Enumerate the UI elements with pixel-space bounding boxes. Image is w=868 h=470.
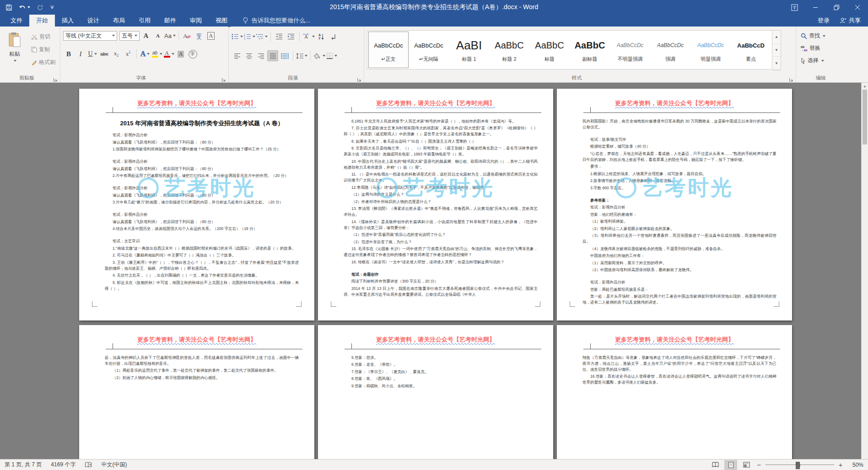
paragraph-dialog-launcher[interactable] [357,75,362,80]
phonetic-guide-button[interactable]: wén文 [194,30,205,41]
align-right-button[interactable] [255,50,266,61]
style-card-标题 2[interactable]: AaBbC标题 2 [489,32,529,68]
font-size-combo[interactable]: 五号 [119,31,140,41]
shading-button[interactable] [313,50,325,61]
text-effects-button[interactable]: A [140,48,151,59]
tab-邮件[interactable]: 邮件 [157,15,183,27]
style-card-明显强调[interactable]: AaBbCcDc明显强调 [690,32,731,68]
tab-布局[interactable]: 布局 [106,15,132,27]
tell-me-box[interactable]: 告诉我您想要做什么... [243,15,310,27]
enclose-characters-button[interactable]: 字 [187,48,198,59]
replace-button[interactable]: ab→ac 替换 [799,43,843,53]
share-button[interactable]: 共享 [840,16,861,25]
style-card-无间隔[interactable]: AaBbCcDc↵无间隔 [409,32,449,68]
bold-button[interactable]: B [63,48,74,59]
sort-button[interactable]: AZ [316,31,327,42]
tab-开始[interactable]: 开始 [29,15,55,27]
multilevel-list-button[interactable] [256,31,268,42]
clear-formatting-button[interactable]: A [182,30,193,41]
shrink-font-button[interactable]: A [152,30,163,41]
zoom-slider-thumb[interactable] [796,462,800,469]
zoom-slider[interactable] [766,460,834,470]
bullets-button[interactable] [232,31,243,42]
minimize-button[interactable] [805,0,826,15]
scrollbar-thumb[interactable] [863,90,867,144]
styles-dialog-launcher[interactable] [789,75,794,80]
style-card-标题 1[interactable]: AaBI标题 1 [449,32,489,68]
style-card-标题[interactable]: AaBbC标题 [529,32,570,68]
decrease-indent-button[interactable] [274,31,285,42]
cut-button[interactable]: 剪切 [29,32,57,42]
strikethrough-button[interactable]: abc [99,48,110,59]
tab-审阅[interactable]: 审阅 [183,15,209,27]
document-page-2[interactable]: 更多艺考资料，请关注公众号【艺考时光网】6.1951 年北京市人民政府授予“人民… [318,89,553,320]
document-page-5[interactable]: 更多艺考资料，请关注公众号【艺考时光网】5.答案：悲凉。6.答案：老舍、《茶馆》… [318,325,553,459]
document-page-1[interactable]: 更多艺考资料，请关注公众号【艺考时光网】2015 年河南省普通高校编导制作类专业… [79,89,314,320]
distribute-button[interactable] [279,50,290,61]
numbering-button[interactable]: 123 [244,31,255,42]
qat-customize-button[interactable] [50,5,54,10]
web-layout-button[interactable] [740,460,753,470]
tab-引用[interactable]: 引用 [132,15,157,27]
grow-font-button[interactable]: A [140,30,151,41]
undo-button[interactable] [19,5,30,11]
ribbon-display-options-button[interactable] [784,0,805,15]
vertical-scrollbar[interactable]: ▲ [861,83,868,459]
word-count-status[interactable]: 4169 个字 [51,461,75,469]
borders-button[interactable] [326,50,337,61]
document-page-4[interactable]: 更多艺考资料，请关注公众号【艺考时光网】起，清真寺的神职人员救下了巴基斯坦绑匪的… [79,325,314,459]
zoom-out-button[interactable]: − [755,461,763,469]
asian-layout-button[interactable]: A [302,31,315,42]
clipboard-dialog-launcher[interactable] [53,75,58,80]
sign-in-button[interactable]: 登录 [818,16,830,25]
style-card-副标题[interactable]: AaBbC副标题 [570,32,610,68]
restore-button[interactable] [826,0,847,15]
superscript-button[interactable]: x2 [123,48,134,59]
underline-button[interactable]: U [87,48,98,59]
style-card-不明显强调[interactable]: AaBbCcDc不明显强调 [610,32,650,68]
save-icon [5,4,12,11]
character-shading-button[interactable]: A [175,48,186,59]
align-center-button[interactable] [243,50,254,61]
styles-gallery-expand-button[interactable]: ▼ [772,57,781,70]
styles-scroll-up-button[interactable]: ▲ [772,31,781,44]
align-left-button[interactable] [232,50,243,61]
zoom-in-button[interactable]: + [837,461,844,469]
styles-scroll-down-button[interactable]: ▼ [772,44,781,57]
find-button[interactable]: 查找 [799,31,843,41]
character-border-button[interactable]: A [205,30,216,41]
style-card-要点[interactable]: AaBbCcD要点 [731,32,771,68]
document-page-3[interactable]: 更多艺考资料，请关注公众号【艺考时光网】民共和国国歌》开始，南京全城鸣笛向惨遭侵… [557,89,792,320]
save-button[interactable] [5,4,12,11]
language-status[interactable]: 中文(中国) [101,461,127,469]
format-painter-button[interactable]: 格式刷 [29,58,57,67]
tab-设计[interactable]: 设计 [81,15,106,27]
style-card-强调[interactable]: AaBbCcDc强调 [650,32,690,68]
line-spacing-button[interactable] [296,50,307,61]
font-dialog-launcher[interactable] [221,75,226,80]
increase-indent-button[interactable] [286,31,297,42]
show-hide-marks-button[interactable] [328,31,339,42]
tab-文件[interactable]: 文件 [4,15,29,27]
highlight-color-button[interactable]: ab [151,48,162,59]
close-button[interactable] [847,0,868,15]
redo-button[interactable] [37,4,43,11]
font-name-combo[interactable]: 等线 (中文正文 [63,31,117,41]
tab-插入[interactable]: 插入 [55,15,81,27]
proofing-status-button[interactable] [85,462,92,468]
select-button[interactable]: 选择 [799,56,843,65]
scroll-up-arrow[interactable]: ▲ [863,83,867,90]
document-page-6[interactable]: 更多艺考资料，请关注公众号【艺考时光网】翔鱼（万类霜天竞自由）等意象，形象地表达… [557,325,792,459]
style-card-正文[interactable]: AaBbCcDc↵正文 [368,32,409,68]
italic-button[interactable]: I [75,48,86,59]
paste-button[interactable]: 粘贴 [3,29,27,73]
copy-button[interactable]: 复制 [29,45,57,54]
page-number-status[interactable]: 第 1 页, 共 7 页 [5,461,42,469]
read-mode-button[interactable] [709,460,722,470]
print-layout-button[interactable] [724,460,737,470]
font-color-button[interactable]: A [163,48,174,59]
change-case-button[interactable]: Aa [164,30,176,41]
subscript-button[interactable]: x2 [111,48,122,59]
justify-button[interactable] [267,50,278,61]
zoom-level-indicator[interactable]: 50% [847,462,863,468]
